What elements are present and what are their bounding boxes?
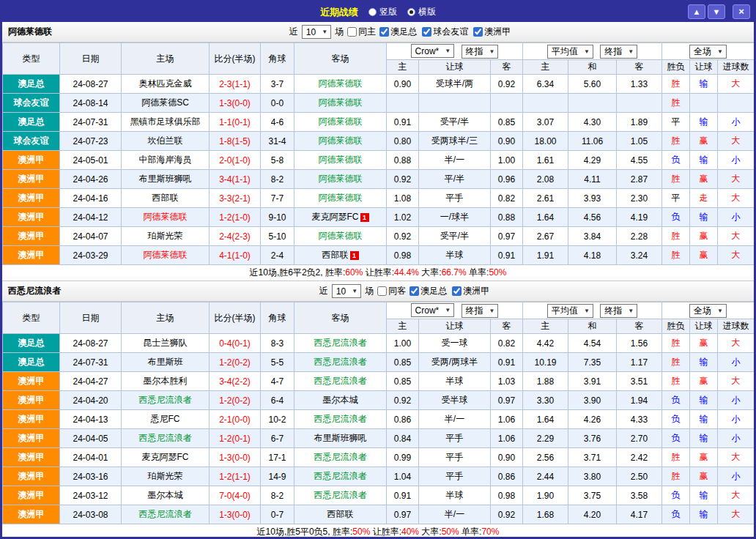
away-team[interactable]: 西部联 bbox=[294, 505, 387, 524]
league-filter[interactable]: 澳洲甲 bbox=[452, 285, 489, 297]
league-checkbox[interactable] bbox=[473, 27, 483, 37]
odds-index-select[interactable]: 终指▼ bbox=[600, 45, 637, 59]
average-select[interactable]: 平均值▼ bbox=[547, 45, 593, 59]
handicap-index-select[interactable]: 终指▼ bbox=[462, 304, 499, 318]
radio-icon[interactable] bbox=[368, 8, 377, 16]
odds-index-select[interactable]: 终指▼ bbox=[600, 304, 637, 318]
score[interactable]: 2-3(1-1) bbox=[210, 75, 261, 94]
league-filter[interactable]: 澳足总 bbox=[410, 285, 447, 297]
score[interactable]: 1-2(1-0) bbox=[210, 208, 261, 227]
result-goals: 大 bbox=[718, 372, 755, 391]
away-team[interactable]: 麦克阿瑟FC1 bbox=[294, 208, 387, 227]
away-team[interactable]: 西悉尼流浪者 bbox=[294, 334, 387, 353]
dropdown-arrow-icon: ▼ bbox=[352, 288, 357, 294]
home-team[interactable]: 坎伯兰联 bbox=[122, 132, 210, 151]
score[interactable]: 1-1(0-1) bbox=[210, 113, 261, 132]
away-team[interactable]: 西悉尼流浪者 bbox=[294, 372, 387, 391]
home-team[interactable]: 西悉尼流浪者 bbox=[122, 429, 210, 448]
same-venue-filter[interactable]: 同客 bbox=[377, 285, 406, 297]
matches-table: 类型 日期 主场 比分(半场) 角球 客场 Crow*▼ 终指▼ 平均值▼ 终指… bbox=[2, 302, 755, 524]
match-row: 澳足总24-08-27奥林匹克金威2-3(1-1)3-7阿德莱德联0.90受球半… bbox=[3, 75, 755, 94]
same-venue-checkbox[interactable] bbox=[347, 27, 357, 37]
score[interactable]: 1-3(0-0) bbox=[210, 505, 261, 524]
away-team[interactable]: 西悉尼流浪者 bbox=[294, 486, 387, 505]
score[interactable]: 1-3(0-0) bbox=[210, 94, 261, 113]
home-team[interactable]: 奥林匹克金威 bbox=[122, 75, 210, 94]
home-team[interactable]: 西悉尼流浪者 bbox=[122, 505, 210, 524]
home-team[interactable]: 布里斯班狮吼 bbox=[122, 170, 210, 189]
home-team[interactable]: 西悉尼流浪者 bbox=[122, 391, 210, 410]
home-team[interactable]: 珀斯光荣 bbox=[122, 467, 210, 486]
home-team[interactable]: 悉尼FC bbox=[122, 410, 210, 429]
home-team[interactable]: 麦克阿瑟FC bbox=[122, 448, 210, 467]
away-team[interactable]: 阿德莱德联 bbox=[294, 170, 387, 189]
same-venue-checkbox[interactable] bbox=[377, 286, 387, 296]
league-filter[interactable]: 澳洲甲 bbox=[473, 26, 511, 38]
same-venue-filter[interactable]: 同主 bbox=[347, 26, 376, 38]
radio-icon[interactable] bbox=[407, 8, 415, 16]
home-team[interactable]: 黑镇市足球俱乐部 bbox=[122, 113, 210, 132]
away-team[interactable]: 西悉尼流浪者 bbox=[294, 353, 387, 372]
eu-draw-odds: 3.91 bbox=[568, 372, 617, 391]
away-team[interactable]: 布里斯班狮吼 bbox=[294, 429, 387, 448]
home-team[interactable]: 昆士兰狮队 bbox=[122, 334, 210, 353]
score[interactable]: 2-0(1-0) bbox=[210, 151, 261, 170]
match-count-select[interactable]: 10 ▼ bbox=[302, 25, 331, 39]
league-checkbox[interactable] bbox=[422, 27, 431, 37]
score[interactable]: 1-2(0-1) bbox=[210, 429, 261, 448]
league-filter[interactable]: 澳足总 bbox=[379, 26, 417, 38]
score[interactable]: 3-3(2-1) bbox=[210, 189, 261, 208]
league-checkbox[interactable] bbox=[379, 27, 389, 37]
home-team[interactable]: 阿德莱德SC bbox=[122, 94, 210, 113]
away-team[interactable]: 阿德莱德联 bbox=[294, 113, 387, 132]
fulltime-select[interactable]: 全场▼ bbox=[689, 45, 727, 59]
home-team[interactable]: 墨尔本城 bbox=[122, 486, 210, 505]
fulltime-select[interactable]: 全场▼ bbox=[689, 304, 727, 318]
close-button[interactable]: × bbox=[733, 4, 750, 19]
home-team[interactable]: 阿德莱德联 bbox=[122, 246, 210, 265]
score[interactable]: 1-3(0-0) bbox=[210, 448, 261, 467]
away-team[interactable]: 西悉尼流浪者 bbox=[294, 448, 387, 467]
home-team[interactable]: 阿德莱德联 bbox=[122, 208, 210, 227]
score[interactable]: 1-2(0-2) bbox=[210, 391, 261, 410]
bookmaker-select[interactable]: Crow*▼ bbox=[411, 303, 455, 317]
score[interactable]: 1-2(0-2) bbox=[210, 353, 261, 372]
score[interactable]: 3-4(2-2) bbox=[210, 372, 261, 391]
scroll-up-button[interactable]: ▲ bbox=[688, 4, 705, 19]
score[interactable]: 4-1(1-0) bbox=[210, 246, 261, 265]
away-team[interactable]: 阿德莱德联 bbox=[294, 75, 387, 94]
away-team[interactable]: 阿德莱德联 bbox=[294, 94, 387, 113]
away-team[interactable]: 阿德莱德联 bbox=[294, 189, 387, 208]
match-count-select[interactable]: 10 ▼ bbox=[332, 284, 361, 298]
score[interactable]: 2-4(2-3) bbox=[210, 227, 261, 246]
away-team[interactable]: 西部联1 bbox=[294, 246, 387, 265]
score[interactable]: 1-8(1-5) bbox=[210, 132, 261, 151]
scroll-down-button[interactable]: ▼ bbox=[708, 4, 725, 19]
away-team[interactable]: 西悉尼流浪者 bbox=[294, 467, 387, 486]
home-team[interactable]: 布里斯班 bbox=[122, 353, 210, 372]
league-checkbox[interactable] bbox=[452, 286, 462, 296]
home-team[interactable]: 中部海岸海员 bbox=[122, 151, 210, 170]
home-team[interactable]: 墨尔本胜利 bbox=[122, 372, 210, 391]
away-team[interactable]: 阿德莱德联 bbox=[294, 132, 387, 151]
home-team[interactable]: 西部联 bbox=[122, 189, 210, 208]
handicap-index-select[interactable]: 终指▼ bbox=[462, 45, 499, 59]
score[interactable]: 3-4(1-1) bbox=[210, 170, 261, 189]
league-checkbox[interactable] bbox=[410, 286, 419, 296]
league-filter[interactable]: 球会友谊 bbox=[422, 26, 468, 38]
score[interactable]: 7-0(4-0) bbox=[210, 486, 261, 505]
bookmaker-select[interactable]: Crow*▼ bbox=[411, 44, 455, 58]
layout-option[interactable]: 横版 bbox=[407, 6, 436, 18]
away-team[interactable]: 墨尔本城 bbox=[294, 391, 387, 410]
away-team[interactable]: 阿德莱德联 bbox=[294, 227, 387, 246]
ah-home-odds-text: 0.85 bbox=[394, 376, 411, 387]
away-team-text: 西悉尼流浪者 bbox=[314, 338, 367, 348]
away-team[interactable]: 阿德莱德联 bbox=[294, 151, 387, 170]
home-team[interactable]: 珀斯光荣 bbox=[122, 227, 210, 246]
average-select[interactable]: 平均值▼ bbox=[547, 304, 593, 318]
layout-option[interactable]: 竖版 bbox=[368, 6, 397, 18]
away-team[interactable]: 西悉尼流浪者 bbox=[294, 410, 387, 429]
score[interactable]: 0-4(0-1) bbox=[210, 334, 261, 353]
score[interactable]: 2-1(0-0) bbox=[210, 410, 261, 429]
score[interactable]: 1-2(1-1) bbox=[210, 467, 261, 486]
